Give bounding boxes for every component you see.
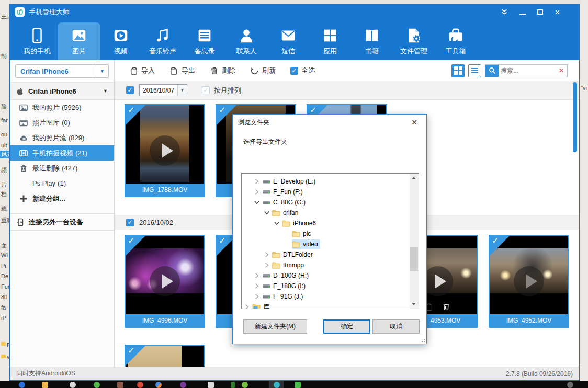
taskbar-app-icon[interactable] — [295, 382, 301, 388]
video-thumbnail[interactable]: IMG_4996.MOV — [125, 235, 205, 328]
chevron-right-icon[interactable] — [254, 178, 260, 185]
tab-books[interactable]: 书籍 — [351, 22, 393, 60]
chevron-right-icon[interactable] — [254, 189, 260, 195]
refresh-button[interactable]: 刷新 — [250, 66, 276, 75]
chevron-down-icon[interactable] — [254, 199, 260, 206]
close-button[interactable]: ✕ — [555, 9, 560, 16]
sidebar-item-camera-videos[interactable]: 手机拍摄视频(21) — [10, 145, 114, 161]
sort-by-month-toggle[interactable]: 按月排列 — [202, 86, 241, 95]
connect-another-device[interactable]: 连接另外一台设备 — [10, 213, 114, 231]
taskbar-app-icon[interactable] — [117, 382, 123, 388]
sidebar-item-photo-album[interactable]: 照片图库(0) — [10, 115, 114, 130]
ok-button[interactable]: 确定 — [323, 319, 370, 334]
play-icon[interactable] — [514, 266, 544, 296]
tab-videos[interactable]: 视频 — [100, 22, 142, 60]
checkbox-faded[interactable] — [202, 86, 210, 94]
tab-my-phone[interactable]: 我的手机 — [16, 22, 58, 60]
import-button[interactable]: 导入 — [129, 66, 155, 75]
resize-grip[interactable] — [421, 338, 425, 342]
chevron-down-icon[interactable]: ▼ — [96, 65, 108, 77]
video-thumbnail[interactable] — [125, 345, 205, 367]
device-selector[interactable]: Crifan iPhone6 ▼ — [15, 64, 109, 78]
sidebar-item-recently-deleted[interactable]: 最近删除(427) — [10, 161, 114, 176]
sidebar-item-new-group[interactable]: 新建分组... — [10, 191, 114, 206]
taskbar-app-icon[interactable] — [208, 382, 214, 388]
tree-item-library[interactable]: 库 — [242, 302, 410, 309]
group-checkbox[interactable] — [126, 219, 134, 226]
select-all-toggle[interactable]: 全选 — [290, 66, 315, 75]
tab-sms[interactable]: 短信 — [267, 22, 309, 60]
scroll-up-icon[interactable] — [412, 177, 416, 179]
tree-item-folder[interactable]: ttmmpp — [242, 260, 410, 270]
maximize-button[interactable] — [537, 9, 543, 16]
tree-item-drive[interactable]: E_Develop (E:) — [242, 176, 410, 187]
play-icon[interactable] — [150, 135, 180, 166]
chevron-right-icon[interactable] — [264, 262, 270, 268]
date-dropdown[interactable]: 2016/10/07 ▼ — [139, 84, 187, 96]
trash-icon[interactable] — [442, 303, 450, 311]
taskbar-folder-icon[interactable] — [42, 382, 48, 388]
tree-item-drive[interactable]: F_Fun (F:) — [242, 187, 410, 197]
taskbar-tray-icon[interactable] — [567, 382, 573, 388]
collapse-arrow-icon[interactable]: ▼ — [103, 88, 108, 94]
tree-item-folder[interactable]: iPhone6 — [242, 218, 410, 229]
export-button[interactable]: 导出 — [169, 66, 195, 75]
chevron-right-icon[interactable] — [254, 272, 260, 279]
sidebar-item-my-photos[interactable]: 我的照片(5926) — [10, 100, 114, 115]
tree-item-folder-selected[interactable]: video — [242, 239, 410, 249]
list-view-button[interactable] — [468, 64, 481, 77]
tree-item-drive[interactable]: C_80G (G:) — [242, 197, 410, 208]
video-thumbnail[interactable]: IMG_1788.MOV — [125, 104, 205, 197]
tree-item-folder[interactable]: pic — [242, 229, 410, 239]
taskbar-app-icon[interactable] — [231, 382, 235, 388]
sidebar-item-ps-play[interactable]: Ps Play(1) — [10, 176, 114, 191]
tab-toolbox[interactable]: 工具箱 — [435, 22, 477, 60]
chevron-down-icon[interactable] — [274, 220, 280, 226]
chevron-right-icon[interactable] — [254, 283, 260, 289]
checkbox-checked-icon[interactable] — [290, 67, 298, 75]
chevron-right-icon[interactable] — [244, 304, 250, 309]
taskbar-app-icon[interactable] — [94, 382, 100, 388]
taskbar-app-icon[interactable] — [137, 382, 143, 388]
tab-contacts[interactable]: 联系人 — [225, 22, 267, 60]
taskbar-app-icon[interactable] — [242, 382, 248, 388]
search-icon[interactable] — [485, 65, 499, 77]
tab-memo[interactable]: 备忘录 — [184, 22, 225, 60]
taskbar-app-icon[interactable] — [180, 382, 186, 388]
grid-view-button[interactable] — [451, 64, 465, 77]
taskbar-active-app-icon[interactable] — [274, 382, 280, 388]
skin-menu-icon[interactable] — [501, 9, 508, 15]
tab-music-ringtone[interactable]: 音乐铃声 — [142, 22, 184, 60]
tree-item-folder[interactable]: crifan — [242, 208, 410, 218]
play-icon[interactable] — [423, 266, 453, 296]
tab-file-manager[interactable]: 文件管理 — [393, 22, 435, 60]
taskbar-app-icon[interactable] — [70, 382, 76, 388]
tree-scrollbar-thumb[interactable] — [410, 247, 418, 271]
chevron-right-icon[interactable] — [264, 252, 270, 258]
chevron-right-icon[interactable] — [254, 293, 260, 300]
tree-item-drive[interactable]: E_180G (I:) — [242, 281, 410, 291]
play-icon[interactable] — [150, 266, 180, 296]
taskbar-app-icon[interactable] — [155, 382, 162, 388]
tab-apps[interactable]: 应用 — [309, 22, 351, 60]
tree-item-drive[interactable]: D_100G (H:) — [242, 270, 410, 281]
sidebar-item-photo-stream[interactable]: 我的照片流(829) — [10, 130, 114, 145]
clear-search-icon[interactable]: ✕ — [559, 67, 567, 74]
device-header[interactable]: Crifan iPhone6 ▼ — [10, 82, 114, 100]
minimize-button[interactable] — [519, 9, 526, 16]
content-scrollbar-thumb[interactable] — [573, 82, 577, 152]
tree-item-folder[interactable]: DTLFolder — [242, 249, 410, 260]
search-input[interactable] — [499, 67, 559, 74]
new-folder-button[interactable]: 新建文件夹(M) — [243, 319, 307, 334]
tab-pictures[interactable]: 图片 — [58, 22, 100, 60]
chevron-down-icon[interactable] — [264, 210, 270, 216]
video-thumbnail[interactable]: IMG_4952.MOV — [489, 235, 569, 328]
search-box[interactable]: ✕ — [485, 64, 568, 77]
cancel-button[interactable]: 取消 — [372, 319, 420, 334]
dialog-close-icon[interactable]: ✕ — [408, 118, 421, 127]
delete-button[interactable]: 删除 — [210, 66, 235, 75]
tree-item-drive[interactable]: F_91G (J:) — [242, 291, 410, 302]
taskbar-app-icon[interactable] — [19, 382, 25, 388]
tree-scrollbar[interactable] — [410, 174, 419, 309]
group-checkbox[interactable] — [126, 86, 134, 94]
